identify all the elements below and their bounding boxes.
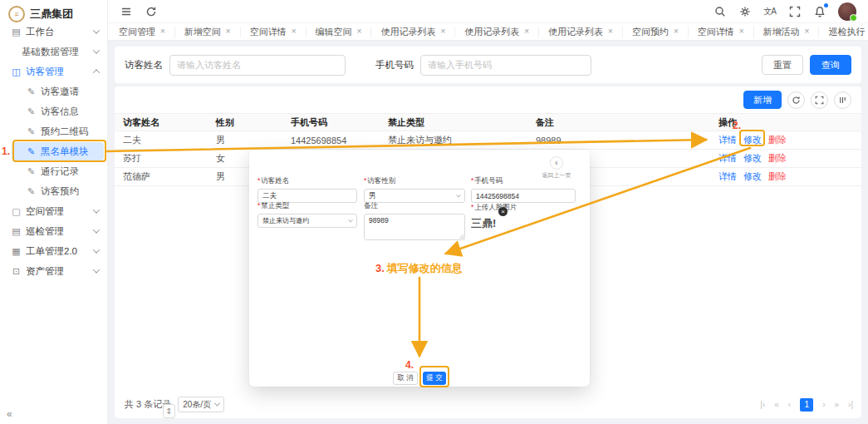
table-row: 二夫 男 14425698854 禁止来访与邀约 98989 详情 修改 删除 <box>115 131 861 150</box>
visitor-name-label: 访客姓名 <box>257 176 357 186</box>
float-widget-icon[interactable]: ⇕ <box>163 404 175 418</box>
next-page-icon[interactable]: › <box>822 400 825 409</box>
sidebar-item-visitor-booking[interactable]: ✎访客预约 <box>0 181 107 201</box>
chevron-down-icon <box>93 266 100 273</box>
edit-link[interactable]: 修改 <box>743 152 762 165</box>
tab[interactable]: 使用记录列表 × <box>539 27 623 37</box>
cancel-button[interactable]: 取 消 <box>393 372 418 385</box>
sidebar-item-blacklist[interactable]: ✎黑名单模块 <box>12 142 104 160</box>
ban-type-select[interactable]: 禁止来访与邀约 <box>257 214 357 228</box>
fullscreen-icon[interactable] <box>788 5 801 17</box>
refresh-icon[interactable] <box>145 5 157 17</box>
tab[interactable]: 空间管理 × <box>110 27 175 37</box>
detail-link[interactable]: 详情 <box>718 170 737 183</box>
hamburger-icon[interactable] <box>120 5 132 17</box>
sidebar-item-workbench[interactable]: ▤工作台 <box>0 22 107 42</box>
chevron-down-icon <box>93 27 100 33</box>
prev-group-icon[interactable]: « <box>774 400 779 409</box>
translate-icon[interactable]: 文A <box>763 5 776 17</box>
tab-label: 使用记录列表 <box>464 26 519 38</box>
tab-close-icon[interactable]: × <box>739 27 744 36</box>
prev-page-icon[interactable]: ‹ <box>788 400 791 409</box>
last-page-icon[interactable]: ›| <box>848 400 853 409</box>
sidebar-item-base-data[interactable]: 基础数据管理 <box>0 42 107 62</box>
tab-close-icon[interactable]: × <box>357 27 362 36</box>
tab-close-icon[interactable]: × <box>524 27 529 36</box>
tab[interactable]: 空间详情 × <box>689 27 754 37</box>
bell-icon[interactable] <box>813 5 826 17</box>
tab-close-icon[interactable]: × <box>608 27 613 36</box>
tab-close-icon[interactable]: × <box>440 27 445 36</box>
tab[interactable]: 空间预约 × <box>623 27 689 37</box>
sidebar-item-visitor-info[interactable]: ✎访客信息 <box>0 101 107 121</box>
chevron-down-icon <box>93 206 100 213</box>
tab-label: 编辑空间 <box>316 26 352 38</box>
detail-link[interactable]: 详情 <box>718 134 737 146</box>
pencil-icon: ✎ <box>25 126 37 137</box>
remark-label: 备注 <box>364 201 465 211</box>
delete-link[interactable]: 删除 <box>768 170 787 183</box>
edit-blacklist-modal: ‹ 返回上一页 访客姓名 访客性别 男 手机号码 禁止类型 禁止来访与邀约 备注… <box>249 150 590 387</box>
avatar[interactable] <box>838 2 856 21</box>
fullscreen-icon[interactable] <box>811 91 828 109</box>
delete-link[interactable]: 删除 <box>768 152 787 165</box>
sidebar-item-inspection-mgmt[interactable]: ▤巡检管理 <box>0 221 107 241</box>
tab-label: 使用记录列表 <box>548 26 603 38</box>
gear-icon[interactable] <box>738 5 751 17</box>
chevron-down-icon <box>214 401 220 407</box>
tab-close-icon[interactable]: × <box>805 27 810 36</box>
edit-link[interactable]: 修改 <box>743 170 762 183</box>
refresh-icon[interactable] <box>787 91 805 109</box>
chevron-down-icon <box>348 217 353 222</box>
phone-field[interactable] <box>471 189 576 203</box>
edit-link[interactable]: 修改 <box>743 134 762 146</box>
tab[interactable]: 使用记录列表 × <box>455 27 539 37</box>
sidebar-item-workorder-mgmt[interactable]: ▦工单管理2.0 <box>0 241 107 261</box>
pager: |‹ « ‹ 1 › » ›| <box>760 398 853 412</box>
uploaded-face-image[interactable]: 三鼎! <box>471 214 508 234</box>
first-page-icon[interactable]: |‹ <box>760 400 765 409</box>
remark-textarea[interactable]: 98989 <box>364 214 465 240</box>
add-button[interactable]: 新增 <box>743 91 782 109</box>
sidebar: ≡ 三鼎集团 ▤工作台 基础数据管理 ◫访客管理 ✎访客邀请 ✎访客信息 ✎预约… <box>0 0 108 424</box>
visitor-name-input[interactable] <box>169 55 346 76</box>
next-group-icon[interactable]: » <box>835 400 840 409</box>
workorder-icon: ▦ <box>10 246 22 257</box>
detail-link[interactable]: 详情 <box>718 152 737 165</box>
sidebar-item-qrcode[interactable]: ✎预约二维码 <box>0 121 107 141</box>
chevron-down-icon <box>93 246 100 253</box>
tab-label: 空间管理 <box>119 26 155 38</box>
sidebar-item-pass-record[interactable]: ✎通行记录 <box>0 161 107 181</box>
tab[interactable]: 编辑空间 × <box>306 27 372 37</box>
tab-close-icon[interactable]: × <box>674 27 679 36</box>
visitor-gender-label: 访客性别 <box>364 176 465 186</box>
delete-link[interactable]: 删除 <box>768 134 787 146</box>
tab[interactable]: 使用记录列表 × <box>371 27 455 37</box>
tab-close-icon[interactable]: × <box>160 27 165 36</box>
sidebar-item-space-mgmt[interactable]: ▢空间管理 <box>0 201 107 221</box>
search-icon[interactable] <box>714 5 726 17</box>
page-size-select[interactable]: 20条/页 <box>178 397 224 412</box>
sidebar-item-visitor-invite[interactable]: ✎访客邀请 <box>0 81 107 101</box>
tab-close-icon[interactable]: × <box>292 27 297 36</box>
remove-image-icon[interactable]: × <box>498 207 508 216</box>
tab[interactable]: 新增活动 × <box>754 27 820 37</box>
space-icon: ▢ <box>10 206 22 217</box>
tab-close-icon[interactable]: × <box>226 27 231 36</box>
sidebar-collapse-icon[interactable]: « <box>7 408 12 420</box>
column-settings-icon[interactable] <box>834 91 851 109</box>
top-bar: 文A <box>108 0 868 23</box>
tab[interactable]: 新增空间 × <box>175 27 241 37</box>
logo-icon: ≡ <box>8 6 25 22</box>
current-page[interactable]: 1 <box>800 398 813 412</box>
submit-button[interactable]: 提 交 <box>423 372 446 385</box>
reset-button[interactable]: 重置 <box>762 55 803 75</box>
sidebar-item-asset-mgmt[interactable]: ⊡资产管理 <box>0 261 107 281</box>
tab-label: 新增空间 <box>184 26 221 38</box>
tab[interactable]: 巡检执行 × <box>819 27 868 37</box>
tab[interactable]: 空间详情 × <box>241 27 306 37</box>
phone-input[interactable] <box>420 55 591 76</box>
chevron-left-icon[interactable]: ‹ <box>550 156 563 170</box>
sidebar-item-visitor-mgmt[interactable]: ◫访客管理 <box>0 62 107 81</box>
search-button[interactable]: 查询 <box>810 55 851 75</box>
